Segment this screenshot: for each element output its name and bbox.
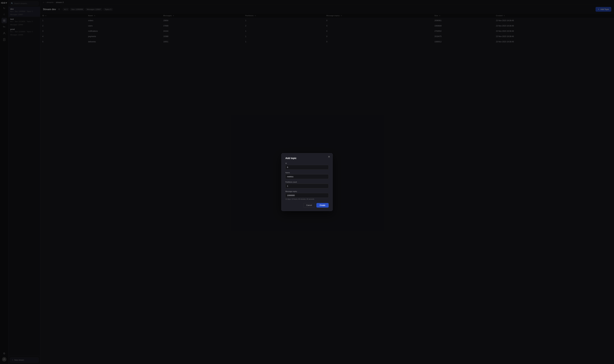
modal-title: Add topic	[285, 157, 329, 160]
modal-actions: Cancel Create	[285, 203, 329, 208]
partitions-input[interactable]	[285, 184, 329, 188]
form-group-expiry: Message expiry 11 days, 13 hours, 46 min…	[285, 191, 329, 200]
add-topic-modal: Add topic ✕ Id Name Partitions count Mes…	[281, 153, 333, 211]
expiry-label: Message expiry	[285, 191, 329, 192]
modal-close-button[interactable]: ✕	[328, 156, 330, 158]
create-button[interactable]: Create	[316, 203, 329, 208]
expiry-input[interactable]	[285, 193, 329, 198]
expiry-hint: 11 days, 13 hours, 46 minutes, 40 second…	[285, 198, 329, 200]
name-label: Name	[285, 172, 329, 173]
name-input[interactable]	[285, 174, 329, 179]
cancel-button[interactable]: Cancel	[303, 203, 315, 208]
form-group-name: Name	[285, 172, 329, 179]
form-group-partitions: Partitions count	[285, 181, 329, 188]
partitions-label: Partitions count	[285, 181, 329, 183]
form-group-id: Id	[285, 162, 329, 169]
modal-overlay[interactable]: Add topic ✕ Id Name Partitions count Mes…	[0, 0, 614, 364]
id-label: Id	[285, 162, 329, 164]
id-input[interactable]	[285, 165, 329, 169]
